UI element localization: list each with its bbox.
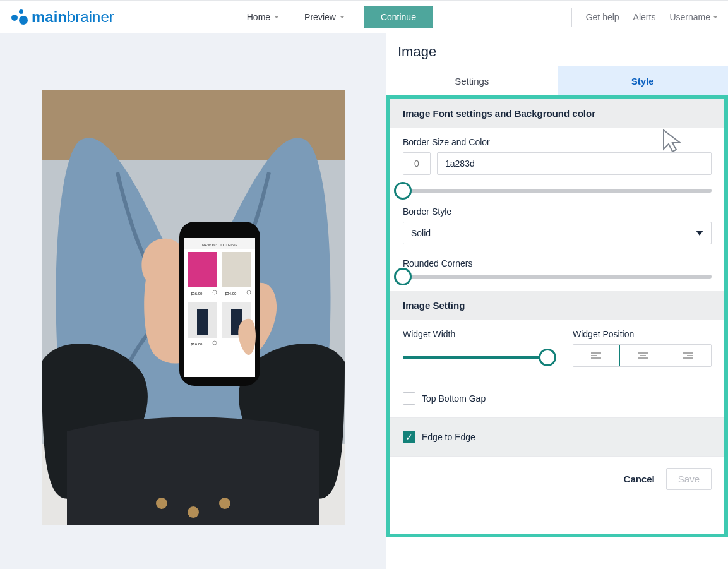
chevron-down-icon: [274, 16, 279, 18]
phone-screen-header: NEW IN: CLOTHING: [201, 243, 237, 247]
top-bottom-gap-label: Top Bottom Gap: [422, 393, 486, 404]
continue-button[interactable]: Continue: [364, 6, 433, 28]
chevron-down-icon: [696, 231, 703, 236]
chevron-down-icon: [713, 16, 718, 18]
border-size-input[interactable]: [403, 152, 431, 175]
slider-thumb[interactable]: [539, 349, 556, 366]
brand-text: mainbrainer: [32, 8, 114, 26]
preview-image[interactable]: NEW IN: CLOTHING $36.00 $34.00 $36.00: [42, 90, 345, 525]
brand-logo: mainbrainer: [10, 8, 114, 26]
label-widget-width: Widget Width: [403, 329, 547, 339]
chevron-down-icon: [340, 16, 345, 18]
nav-username[interactable]: Username: [669, 12, 718, 22]
rounded-corners-slider[interactable]: [403, 275, 712, 279]
section-font-bg-header: Image Font settings and Background color: [390, 99, 724, 128]
label-widget-position: Widget Position: [573, 329, 712, 339]
tab-settings[interactable]: Settings: [386, 66, 558, 95]
align-center-icon: [638, 352, 648, 359]
label-rounded-corners: Rounded Corners: [403, 258, 712, 268]
svg-point-16: [213, 341, 217, 345]
slider-thumb[interactable]: [394, 268, 412, 285]
svg-rect-9: [222, 252, 251, 287]
align-left-icon: [591, 352, 601, 359]
save-button[interactable]: Save: [666, 468, 712, 490]
nav-preview[interactable]: Preview: [298, 8, 351, 26]
top-bar: mainbrainer Home Preview Continue Get he…: [0, 0, 728, 33]
widget-width-slider[interactable]: [403, 356, 547, 359]
top-bottom-gap-checkbox[interactable]: [403, 392, 415, 405]
align-left-button[interactable]: [573, 345, 619, 366]
divider: [571, 8, 572, 27]
tabs: Settings Style: [386, 66, 728, 95]
main: NEW IN: CLOTHING $36.00 $34.00 $36.00: [0, 33, 728, 569]
phone-price-2: $36.00: [191, 342, 203, 346]
nav-get-help[interactable]: Get help: [586, 12, 619, 22]
svg-point-3: [188, 506, 199, 518]
cancel-button[interactable]: Cancel: [624, 474, 655, 484]
border-size-slider[interactable]: [403, 189, 712, 193]
label-border-size-color: Border Size and Color: [403, 137, 712, 147]
section-image-setting-header: Image Setting: [390, 291, 724, 320]
svg-point-14: [213, 290, 217, 294]
edge-to-edge-checkbox[interactable]: ✓: [403, 431, 415, 443]
align-center-button[interactable]: [619, 345, 666, 366]
properties-sidebar: Image Settings Style Image Font settings…: [386, 33, 728, 569]
svg-point-2: [156, 498, 167, 509]
edge-to-edge-row: ✓ Edge to Edge: [390, 418, 724, 457]
svg-point-15: [247, 290, 251, 294]
canvas-area: NEW IN: CLOTHING $36.00 $34.00 $36.00: [0, 33, 386, 569]
slider-thumb[interactable]: [394, 182, 412, 200]
panel-title: Image: [386, 33, 728, 66]
align-right-icon: [683, 352, 693, 359]
border-style-select[interactable]: Solid: [403, 222, 712, 244]
phone-price-1: $34.00: [225, 292, 237, 296]
border-color-input[interactable]: [437, 152, 712, 175]
align-right-button[interactable]: [665, 345, 711, 366]
panel-footer: Cancel Save: [390, 457, 724, 501]
logo-icon: [10, 8, 28, 26]
phone-price-0: $36.00: [191, 292, 203, 296]
svg-rect-8: [188, 252, 217, 287]
label-border-style: Border Style: [403, 207, 712, 217]
widget-position-group: [573, 344, 712, 367]
svg-rect-12: [197, 309, 208, 335]
nav-home[interactable]: Home: [241, 8, 285, 26]
top-bottom-gap-row: Top Bottom Gap: [390, 380, 724, 418]
edge-to-edge-label: Edge to Edge: [422, 432, 475, 442]
nav-alerts[interactable]: Alerts: [633, 12, 656, 22]
svg-point-4: [219, 498, 230, 509]
style-panel: Image Font settings and Background color…: [386, 95, 728, 537]
tab-style[interactable]: Style: [558, 66, 729, 95]
